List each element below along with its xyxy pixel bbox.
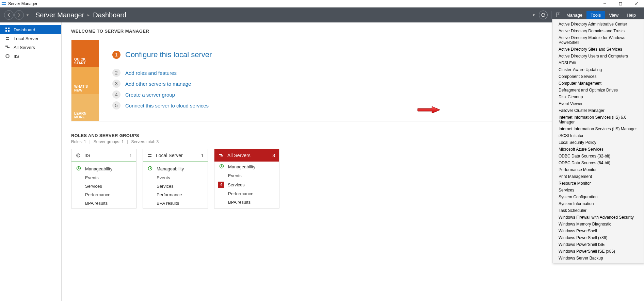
tools-menu-item[interactable]: Active Directory Users and Computers [552,53,644,60]
tile-row-bpa[interactable]: BPA results [71,199,136,207]
chevron-right-icon: ▸ [87,13,90,17]
tools-menu-item[interactable]: Microsoft Azure Services [552,146,644,153]
tile-row-performance[interactable]: Performance [143,190,208,199]
breadcrumb-page[interactable]: Dashboard [93,11,126,19]
tools-menu-item[interactable]: Windows PowerShell ISE [552,241,644,248]
notifications-flag-icon[interactable] [553,11,562,19]
sidebar-item-dashboard[interactable]: Dashboard [0,25,61,34]
tile-row-bpa[interactable]: BPA results [143,199,208,207]
tools-menu-item[interactable]: Active Directory Administrative Center [552,21,644,28]
tile-row-manageability[interactable]: Manageability [143,164,208,173]
menu-help[interactable]: Help [623,11,640,19]
appbar-options-dropdown[interactable]: ▼ [532,13,535,17]
sidebar-item-label: All Servers [14,45,35,50]
back-button[interactable] [4,10,14,20]
svg-rect-10 [6,37,9,38]
step-label: Create a server group [125,92,175,98]
tile-row-bpa[interactable]: BPA results [214,198,279,206]
svg-rect-23 [221,155,223,156]
tools-menu-item[interactable]: Internet Information Services (IIS) 6.0 … [552,114,644,126]
tile-header[interactable]: Local Server 1 [143,149,208,162]
tile-row-performance[interactable]: Performance [214,189,279,198]
tools-menu-item[interactable]: Active Directory Module for Windows Powe… [552,34,644,46]
breadcrumb: Server Manager ▸ Dashboard [35,11,126,19]
breadcrumb-app[interactable]: Server Manager [35,11,84,19]
whats-new-block[interactable]: WHAT'S NEW [71,67,99,94]
tile-row-events[interactable]: Events [214,171,279,180]
nav-history-dropdown[interactable]: ▼ [26,13,29,17]
svg-rect-1 [2,4,6,5]
tools-menu-item[interactable]: Event Viewer [552,100,644,107]
quick-start-block[interactable]: QUICK START [71,40,99,67]
tools-menu-item[interactable]: System Information [552,200,644,207]
tile-row-events[interactable]: Events [71,173,136,182]
tile-row-services[interactable]: Services [71,182,136,190]
tile-row-services-alert[interactable]: 4 Services [214,180,279,189]
tools-menu-item[interactable]: ODBC Data Sources (64-bit) [552,160,644,166]
tools-menu-item[interactable]: Windows PowerShell (x86) [552,234,644,241]
sidebar-item-all-servers[interactable]: All Servers [0,43,61,52]
tools-menu-item[interactable]: Performance Monitor [552,166,644,173]
menu-tools[interactable]: Tools [586,11,605,19]
tools-menu-item[interactable]: Computer Management [552,80,644,87]
learn-more-block[interactable]: LEARN MORE [71,94,99,121]
tile-row-manageability[interactable]: Manageability [214,162,279,171]
window-close-button[interactable] [628,0,644,7]
tile-row-events[interactable]: Events [143,173,208,182]
roles-groups-heading: ROLES AND SERVER GROUPS [71,133,634,138]
step-add-servers[interactable]: 3 Add other servers to manage [112,80,621,88]
tools-menu-item[interactable]: Internet Information Services (IIS) Mana… [552,126,644,132]
tile-header[interactable]: All Servers 3 [214,149,279,162]
tools-menu-item[interactable]: Services [552,187,644,194]
forward-button[interactable] [14,10,24,20]
tools-menu-item[interactable]: ADSI Edit [552,60,644,66]
tools-menu-item[interactable]: ODBC Data Sources (32-bit) [552,153,644,160]
menu-view[interactable]: View [605,11,623,19]
tile-iis: IIS 1 Manageability Events Services Perf… [71,149,136,208]
tools-menu-item[interactable]: Defragment and Optimize Drives [552,87,644,94]
tools-menu-item[interactable]: iSCSI Initiator [552,132,644,139]
step-number: 5 [112,101,120,110]
tools-menu-item[interactable]: Windows PowerShell ISE (x86) [552,248,644,255]
step-add-roles[interactable]: 2 Add roles and features [112,69,621,77]
server-icon [147,153,152,158]
step-configure-local-server[interactable]: 1 Configure this local server [112,50,621,59]
step-create-group[interactable]: 4 Create a server group [112,90,621,99]
svg-point-14 [6,54,9,58]
tools-menu-item[interactable]: Windows Memory Diagnostic [552,221,644,228]
tools-menu-item[interactable]: Active Directory Domains and Trusts [552,28,644,34]
tools-menu-item[interactable]: System Configuration [552,194,644,200]
tile-row-services[interactable]: Services [143,182,208,190]
step-connect-cloud[interactable]: 5 Connect this server to cloud services [112,101,621,110]
sidebar-item-local-server[interactable]: Local Server [0,34,61,43]
tile-row-manageability[interactable]: Manageability [71,164,136,173]
tools-menu-item[interactable]: Windows PowerShell [552,228,644,234]
tools-menu-item[interactable]: Resource Monitor [552,180,644,187]
window-minimize-button[interactable] [597,0,613,7]
tools-menu-item[interactable]: Cluster-Aware Updating [552,66,644,73]
tools-menu-item[interactable]: Task Scheduler [552,207,644,214]
iis-icon [76,153,81,158]
tools-menu-item[interactable]: Print Management [552,173,644,180]
step-label: Add other servers to manage [125,81,191,87]
tools-menu-item[interactable]: Local Security Policy [552,139,644,146]
tools-menu-item[interactable]: Windows Server Backup [552,255,644,262]
tools-menu-item[interactable]: Windows Firewall with Advanced Security [552,214,644,221]
menu-manage[interactable]: Manage [562,11,586,19]
tools-menu-item[interactable]: Disk Cleanup [552,94,644,100]
tools-menu-item[interactable]: Component Services [552,73,644,80]
window-maximize-button[interactable] [613,0,628,7]
svg-point-15 [7,54,8,58]
sidebar-item-label: IIS [14,54,19,59]
tools-menu-item[interactable]: Active Directory Sites and Services [552,46,644,53]
svg-rect-9 [8,30,10,32]
tools-menu-item[interactable]: Failover Cluster Manager [552,107,644,114]
tile-row-performance[interactable]: Performance [71,190,136,199]
sidebar-item-iis[interactable]: IIS [0,52,61,61]
svg-rect-7 [8,28,10,29]
tile-all-servers: All Servers 3 Manageability Events 4 Ser… [214,149,279,208]
refresh-button[interactable] [539,11,548,19]
svg-rect-19 [148,154,151,155]
tile-title: IIS [84,153,90,158]
tile-header[interactable]: IIS 1 [71,149,136,162]
